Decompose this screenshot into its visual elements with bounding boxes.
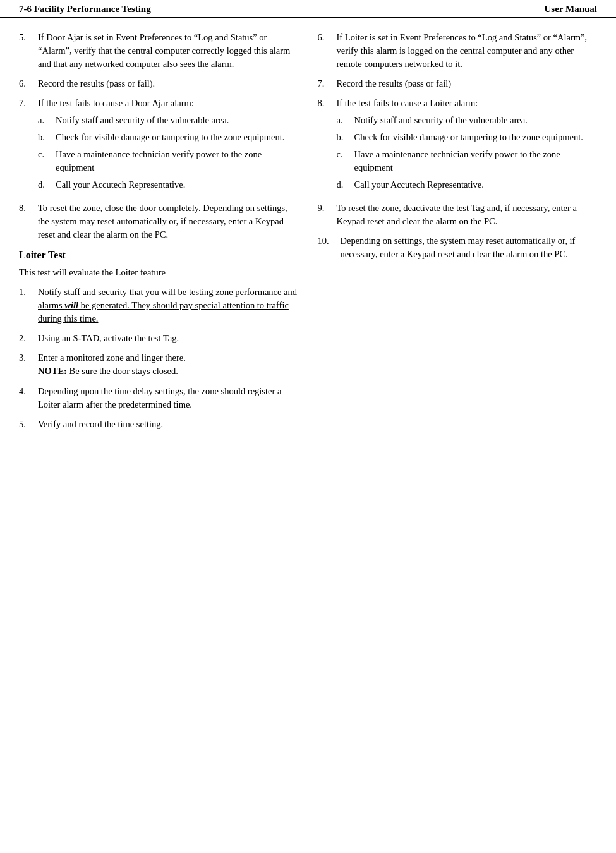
item-number: 5. — [19, 418, 33, 431]
sub-text: Call your Accutech Representative. — [354, 178, 598, 191]
item-text: Enter a monitored zone and linger there.… — [38, 351, 299, 378]
list-item: 4. Depending upon the time delay setting… — [19, 385, 299, 411]
item-number: 6. — [19, 77, 33, 90]
sub-text: Check for visible damage or tampering to… — [56, 131, 299, 144]
list-item: 2. Using an S-TAD, activate the test Tag… — [19, 332, 299, 345]
note-label: NOTE: — [38, 366, 67, 376]
list-item: c. Have a maintenance technician verify … — [38, 148, 299, 174]
item-number: 1. — [19, 286, 33, 325]
sub-letter: d. — [337, 178, 349, 191]
item-text: Using an S-TAD, activate the test Tag. — [38, 332, 299, 345]
list-item: 1. Notify staff and security that you wi… — [19, 286, 299, 325]
sub-letter: b. — [337, 131, 349, 144]
sub-letter: d. — [38, 178, 51, 191]
item-text: To reset the zone, close the door comple… — [38, 202, 299, 241]
main-content: 5. If Door Ajar is set in Event Preferen… — [0, 31, 616, 437]
list-item: 3. Enter a monitored zone and linger the… — [19, 351, 299, 378]
list-item: 8. To reset the zone, close the door com… — [19, 202, 299, 241]
item-number: 3. — [19, 351, 33, 378]
section-title: Loiter Test — [19, 248, 299, 262]
list-item: 10. Depending on settings, the system ma… — [318, 234, 598, 261]
list-item: 7. If the test fails to cause a Door Aja… — [19, 97, 299, 195]
sub-text: Have a maintenance technician verify pow… — [56, 148, 299, 174]
list-item: b. Check for visible damage or tampering… — [38, 131, 299, 144]
list-item: 6. Record the results (pass or fail). — [19, 77, 299, 90]
item-text: If the test fails to cause a Loiter alar… — [337, 97, 598, 195]
sub-letter: c. — [38, 148, 51, 174]
item-text: Verify and record the time setting. — [38, 418, 299, 431]
header-left: 7-6 Facility Performance Testing — [19, 4, 151, 15]
item-number: 6. — [318, 31, 332, 71]
list-item: b. Check for visible damage or tampering… — [337, 131, 598, 144]
left-main-list: 5. If Door Ajar is set in Event Preferen… — [19, 31, 299, 241]
header-right: User Manual — [545, 4, 597, 15]
list-item: a. Notify staff and security of the vuln… — [337, 114, 598, 127]
list-item: 5. Verify and record the time setting. — [19, 418, 299, 431]
page-header: 7-6 Facility Performance Testing User Ma… — [0, 0, 616, 18]
item-number: 8. — [19, 202, 33, 241]
sub-letter: a. — [38, 114, 51, 127]
sub-list: a. Notify staff and security of the vuln… — [38, 114, 299, 191]
item-number: 5. — [19, 31, 33, 71]
sub-list: a. Notify staff and security of the vuln… — [337, 114, 598, 191]
sub-text: Check for visible damage or tampering to… — [354, 131, 598, 144]
section-intro: This test will evaluate the Loiter featu… — [19, 266, 299, 279]
sub-letter: b. — [38, 131, 51, 144]
item-text: Depending on settings, the system may re… — [341, 234, 598, 261]
sub-letter: c. — [337, 148, 349, 174]
sub-text: Have a maintenance technician verify pow… — [354, 148, 598, 174]
underline-text: Notify staff and security that you will … — [38, 287, 297, 324]
right-main-list: 6. If Loiter is set in Event Preferences… — [318, 31, 598, 261]
left-column: 5. If Door Ajar is set in Event Preferen… — [19, 31, 299, 437]
page: 7-6 Facility Performance Testing User Ma… — [0, 0, 616, 853]
sub-letter: a. — [337, 114, 349, 127]
list-item: 8. If the test fails to cause a Loiter a… — [318, 97, 598, 195]
loiter-list: 1. Notify staff and security that you wi… — [19, 286, 299, 430]
list-item: a. Notify staff and security of the vuln… — [38, 114, 299, 127]
list-item: 6. If Loiter is set in Event Preferences… — [318, 31, 598, 71]
sub-text: Notify staff and security of the vulnera… — [354, 114, 598, 127]
sub-text: Call your Accutech Representative. — [56, 178, 299, 191]
list-item: 9. To reset the zone, deactivate the tes… — [318, 202, 598, 228]
item-number: 10. — [318, 234, 335, 261]
item-text: Notify staff and security that you will … — [38, 286, 299, 325]
item-text: If the test fails to cause a Door Ajar a… — [38, 97, 299, 195]
item-text: If Door Ajar is set in Event Preferences… — [38, 31, 299, 71]
list-item: d. Call your Accutech Representative. — [38, 178, 299, 191]
item-number: 7. — [19, 97, 33, 195]
item-number: 8. — [318, 97, 332, 195]
item-number: 2. — [19, 332, 33, 345]
item-text: Record the results (pass or fail) — [337, 77, 598, 90]
item-text: To reset the zone, deactivate the test T… — [337, 202, 598, 228]
list-item: d. Call your Accutech Representative. — [337, 178, 598, 191]
item-number: 7. — [318, 77, 332, 90]
item-text: If Loiter is set in Event Preferences to… — [337, 31, 598, 71]
list-item: c. Have a maintenance technician verify … — [337, 148, 598, 174]
item-number: 9. — [318, 202, 332, 228]
sub-text: Notify staff and security of the vulnera… — [56, 114, 299, 127]
item-text: Depending upon the time delay settings, … — [38, 385, 299, 411]
right-column: 6. If Loiter is set in Event Preferences… — [318, 31, 598, 437]
item-number: 4. — [19, 385, 33, 411]
list-item: 5. If Door Ajar is set in Event Preferen… — [19, 31, 299, 71]
item-text: Record the results (pass or fail). — [38, 77, 299, 90]
list-item: 7. Record the results (pass or fail) — [318, 77, 598, 90]
